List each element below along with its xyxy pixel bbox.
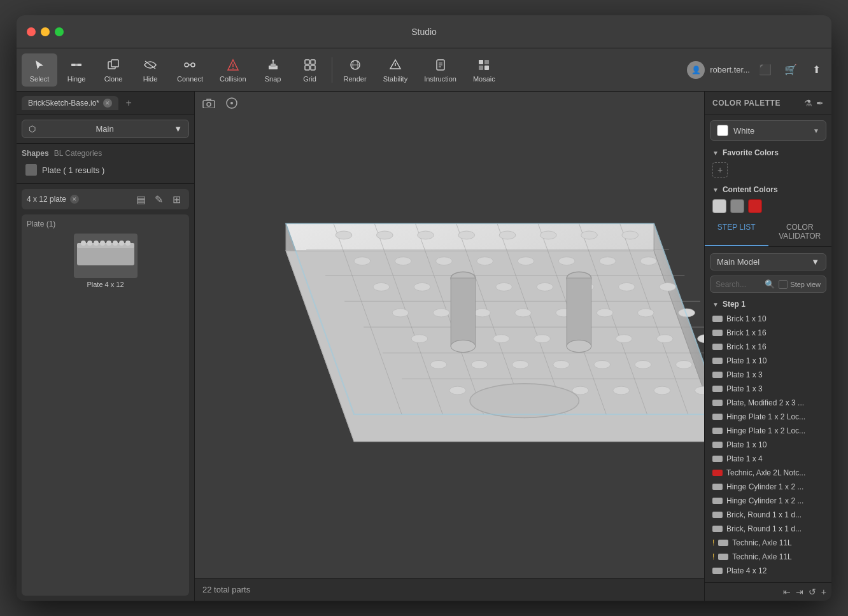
toolbar-grid[interactable]: Grid	[292, 53, 328, 87]
step-item-name-1: Brick 1 x 16	[726, 328, 824, 337]
upload-icon[interactable]: ⬆	[806, 60, 826, 80]
maximize-button[interactable]	[55, 27, 64, 36]
toolbar-hide[interactable]: Hide	[132, 53, 168, 87]
toolbar-render[interactable]: Render	[336, 53, 374, 87]
expand-icon[interactable]: ⇥	[796, 587, 803, 597]
svg-point-37	[100, 241, 105, 246]
step-item-8[interactable]: Hinge Plate 1 x 2 Loc...	[705, 424, 831, 438]
step-item-0[interactable]: Brick 1 x 10	[705, 312, 831, 326]
bl-categories-label[interactable]: BL Categories	[54, 149, 102, 158]
svg-rect-28	[479, 60, 483, 64]
stability-icon	[388, 57, 403, 73]
step-item-13[interactable]: Hinge Cylinder 1 x 2 ...	[705, 494, 831, 508]
step-item-3[interactable]: Plate 1 x 10	[705, 354, 831, 368]
add-step-icon[interactable]: +	[821, 587, 826, 597]
result-item-plate[interactable]: Plate 4 x 12	[27, 234, 184, 288]
color-chip-light-gray[interactable]	[712, 199, 726, 213]
toolbar-connect[interactable]: Connect	[169, 53, 211, 87]
brick-icon-12	[712, 484, 723, 490]
step-item-4[interactable]: Plate 1 x 3	[705, 368, 831, 382]
model-dropdown[interactable]: ⬡ Main ▼	[22, 120, 189, 138]
toolbar-clone[interactable]: Clone	[95, 53, 131, 87]
toolbar-stability[interactable]: Stability	[376, 53, 416, 87]
filter-icon[interactable]: ⚗	[804, 98, 812, 108]
search-icon[interactable]: 🔍	[765, 279, 775, 289]
fav-add-button[interactable]: +	[712, 162, 728, 178]
step-item-10[interactable]: Plate 1 x 4	[705, 452, 831, 466]
color-chip-dark-gray[interactable]	[730, 199, 744, 213]
svg-point-94	[637, 309, 654, 317]
model-selector: ⬡ Main ▼	[17, 115, 194, 144]
step-item-2[interactable]: Brick 1 x 16	[705, 340, 831, 354]
step-model-label: Main Model	[717, 257, 760, 267]
brick-icon-15	[712, 526, 723, 532]
collapse-icon[interactable]: ⇤	[783, 587, 791, 597]
brick-icon-3	[712, 358, 723, 364]
tab-add-button[interactable]: +	[121, 95, 136, 111]
list-view-btn[interactable]: ▤	[133, 192, 148, 207]
step-item-1[interactable]: Brick 1 x 16	[705, 326, 831, 340]
camera-button[interactable]	[200, 94, 218, 112]
grid-view-btn[interactable]: ⊞	[169, 192, 184, 207]
step-list[interactable]: ▼ Step 1 Brick 1 x 10 Brick 1 x 16 Brick…	[705, 295, 831, 582]
shape-plate-item[interactable]: Plate ( 1 results )	[22, 162, 189, 178]
clone-icon	[106, 57, 121, 73]
share-icon[interactable]: ⬛	[755, 60, 775, 80]
content-colors-header[interactable]: ▼ Content Colors	[705, 183, 831, 197]
step-item-17[interactable]: ! Technic, Axle 11L	[705, 550, 831, 564]
step-group-arrow-icon: ▼	[712, 301, 719, 308]
filter-close-button[interactable]: ✕	[70, 195, 79, 204]
mosaic-label: Mosaic	[473, 75, 495, 83]
edit-view-btn[interactable]: ✎	[151, 192, 166, 207]
step-view-checkbox[interactable]	[779, 280, 788, 289]
tab-close-button[interactable]: ✕	[103, 99, 112, 108]
shapes-header: Shapes BL Categories	[22, 149, 189, 158]
svg-point-76	[518, 257, 534, 265]
step-search-input[interactable]	[716, 280, 761, 289]
step-group-1-header[interactable]: ▼ Step 1	[705, 297, 831, 312]
color-palette-title: COLOR PALETTE	[712, 99, 781, 108]
svg-point-70	[581, 231, 598, 239]
step-item-6[interactable]: Plate, Modified 2 x 3 ...	[705, 396, 831, 410]
favorite-colors-header[interactable]: ▼ Favorite Colors	[705, 146, 831, 160]
snap-icon	[265, 57, 281, 73]
step-item-9[interactable]: Plate 1 x 10	[705, 438, 831, 452]
step-item-11[interactable]: Technic, Axle 2L Notc...	[705, 466, 831, 480]
step-item-16[interactable]: ! Technic, Axle 11L	[705, 536, 831, 550]
toolbar-select[interactable]: Select	[22, 53, 57, 87]
refresh-icon[interactable]: ↺	[809, 587, 816, 597]
color-chip-red[interactable]	[748, 199, 762, 213]
grid-icon	[302, 57, 318, 73]
step-item-18[interactable]: Plate 4 x 12	[705, 564, 831, 578]
tab-step-list[interactable]: STEP LIST	[705, 218, 768, 246]
toolbar-hinge[interactable]: Hinge	[59, 53, 94, 87]
minimize-button[interactable]	[41, 27, 50, 36]
file-tab[interactable]: BrickSketch-Base.io* ✕	[22, 96, 118, 110]
step-item-7[interactable]: Hinge Plate 1 x 2 Loc...	[705, 410, 831, 424]
toolbar-right: 👤 robert.ter... ⬛ 🛒 ⬆	[687, 60, 826, 80]
step-item-name-12: Hinge Cylinder 1 x 2 ...	[726, 482, 824, 491]
hinge-icon	[69, 57, 84, 73]
toolbar-instruction[interactable]: Instruction	[416, 53, 464, 87]
eyedropper-icon[interactable]: ✒	[816, 98, 824, 108]
svg-point-79	[640, 257, 657, 265]
step-item-14[interactable]: Brick, Round 1 x 1 d...	[705, 508, 831, 522]
toolbar-mosaic[interactable]: Mosaic	[465, 53, 503, 87]
step-item-12[interactable]: Hinge Cylinder 1 x 2 ...	[705, 480, 831, 494]
close-button[interactable]	[27, 27, 36, 36]
color-dropdown[interactable]: White ▼	[710, 120, 826, 141]
toolbar-snap[interactable]: Snap	[255, 53, 291, 87]
toolbar-collision[interactable]: Collision	[212, 53, 254, 87]
step-item-15[interactable]: Brick, Round 1 x 1 d...	[705, 522, 831, 536]
compass-button[interactable]	[223, 94, 241, 112]
step-view-toggle[interactable]: Step view	[779, 280, 821, 289]
content-chevron-icon: ▼	[712, 186, 719, 193]
svg-point-83	[496, 283, 512, 291]
collision-icon	[225, 57, 241, 73]
tab-color-validator[interactable]: COLOR VALIDATOR	[768, 218, 832, 246]
step-item-5[interactable]: Plate 1 x 3	[705, 382, 831, 396]
viewport-canvas[interactable]	[195, 115, 704, 578]
cart-icon[interactable]: 🛒	[781, 60, 801, 80]
model-label: Main	[95, 124, 113, 134]
step-model-dropdown[interactable]: Main Model ▼	[710, 253, 826, 270]
